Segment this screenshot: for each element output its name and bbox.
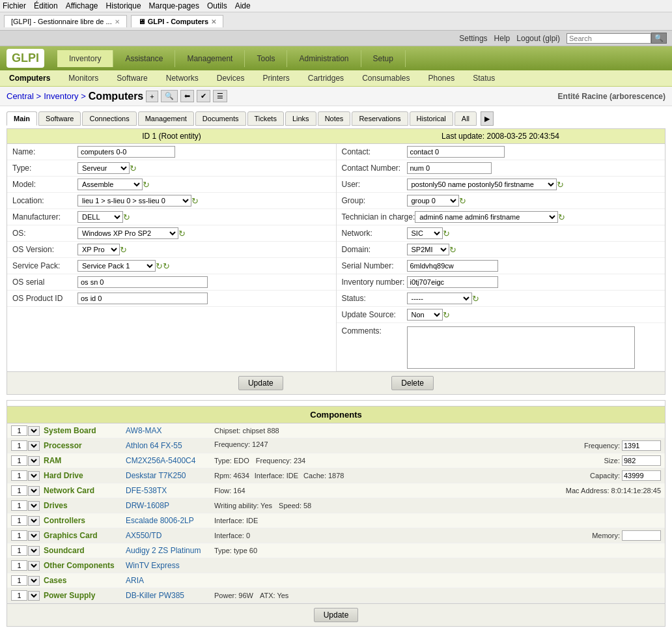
comp-model-graphicscard[interactable]: AX550/TD (126, 531, 210, 540)
menu-affichage[interactable]: Affichage (66, 1, 98, 10)
subnav-networks[interactable]: Networks (157, 72, 208, 85)
logout-link[interactable]: Logout (glpi) (516, 34, 560, 43)
subnav-monitors[interactable]: Monitors (59, 72, 107, 85)
os-product-id-input[interactable] (77, 293, 208, 304)
os-version-refresh-icon[interactable]: ↻ (120, 245, 127, 255)
tab-action-btn[interactable]: ▶ (481, 111, 494, 126)
menu-historique[interactable]: Historique (106, 1, 141, 10)
inventory-number-input[interactable] (407, 276, 498, 288)
qty-input-soundcard[interactable] (11, 545, 27, 556)
menu-outils[interactable]: Outils (207, 1, 227, 10)
subnav-software[interactable]: Software (107, 72, 156, 85)
qty-input-ram[interactable] (11, 455, 27, 466)
tab-links[interactable]: Links (285, 111, 316, 126)
tab-connections[interactable]: Connections (82, 111, 136, 126)
qty-input-harddrive[interactable] (11, 470, 27, 481)
qty-input-powersupply[interactable] (11, 590, 27, 601)
comp-model-systemboard[interactable]: AW8-MAX (126, 426, 210, 435)
nav-setup[interactable]: Setup (361, 50, 406, 67)
qty-input-othercomponents[interactable] (11, 560, 27, 571)
comp-model-networkcard[interactable]: DFE-538TX (126, 486, 210, 495)
type-refresh-icon[interactable]: ↻ (130, 164, 137, 173)
name-input[interactable] (77, 146, 175, 158)
tab-main[interactable]: Main (7, 111, 37, 126)
comp-type-drives[interactable]: Drives (44, 501, 122, 510)
qty-select-powersupply[interactable]: x (28, 591, 40, 601)
manufacturer-refresh-icon[interactable]: ↻ (123, 212, 130, 222)
qty-select-harddrive[interactable]: x (28, 471, 40, 481)
qty-select-drives[interactable]: x (28, 501, 40, 511)
breadcrumb-central[interactable]: Central > (7, 91, 41, 101)
network-select[interactable]: SIC (407, 227, 443, 239)
comp-model-processor[interactable]: Athlon 64 FX-55 (126, 441, 210, 450)
grid-view-button[interactable]: ☰ (213, 90, 227, 102)
comp-type-soundcard[interactable]: Soundcard (44, 546, 122, 555)
os-select[interactable]: Windows XP Pro SP2 (77, 227, 178, 239)
qty-select-networkcard[interactable]: x (28, 486, 40, 496)
service-pack-extra-icon[interactable]: ↻ (163, 261, 170, 271)
qty-select-controllers[interactable]: x (28, 516, 40, 526)
model-refresh-icon[interactable]: ↻ (143, 180, 150, 190)
group-refresh-icon[interactable]: ↻ (459, 196, 466, 206)
type-select[interactable]: Serveur (77, 162, 130, 174)
menu-edition[interactable]: Édition (34, 1, 58, 10)
search-button[interactable]: 🔍 (651, 33, 667, 44)
subnav-consumables[interactable]: Consumables (353, 72, 419, 85)
nav-administration[interactable]: Administration (287, 50, 361, 67)
settings-link[interactable]: Settings (459, 34, 487, 43)
processor-freq-input[interactable] (622, 440, 661, 451)
back-button[interactable]: ⬅ (180, 90, 194, 102)
model-select[interactable]: Assemble (77, 179, 143, 190)
status-select[interactable]: ----- (407, 293, 472, 304)
qty-select-processor[interactable]: x (28, 441, 40, 451)
tab-glpi-main[interactable]: [GLPI] - Gestionnaire libre de ... ✕ (4, 15, 127, 27)
update-source-select[interactable]: Non (407, 309, 443, 321)
comp-model-cases[interactable]: ARIA (126, 576, 210, 585)
qty-input-networkcard[interactable] (11, 485, 27, 496)
location-select[interactable]: lieu 1 > s-lieu 0 > ss-lieu 0 (77, 195, 191, 207)
comp-type-systemboard[interactable]: System Board (44, 426, 122, 435)
tab-reservations[interactable]: Reservations (352, 111, 408, 126)
graphicscard-mem-input[interactable] (622, 530, 661, 541)
group-select[interactable]: group 0 (407, 195, 459, 207)
qty-input-processor[interactable] (11, 440, 27, 451)
technician-refresh-icon[interactable]: ↻ (558, 212, 565, 222)
user-select[interactable]: postonly50 name postonly50 firstname (407, 179, 557, 190)
comp-model-controllers[interactable]: Escalade 8006-2LP (126, 516, 210, 525)
service-pack-refresh-icon[interactable]: ↻ (156, 261, 163, 271)
search-input[interactable] (567, 33, 651, 44)
contact-number-input[interactable] (407, 162, 492, 174)
tab-management[interactable]: Management (138, 111, 194, 126)
tab-software[interactable]: Software (38, 111, 81, 126)
delete-btn[interactable]: Delete (391, 376, 434, 390)
comp-type-processor[interactable]: Processor (44, 441, 122, 450)
technician-select[interactable]: admin6 name admin6 firstname (415, 211, 558, 223)
os-version-select[interactable]: XP Pro (77, 244, 120, 255)
comp-type-othercomponents[interactable]: Other Components (44, 561, 122, 570)
comp-type-graphicscard[interactable]: Graphics Card (44, 531, 122, 540)
subnav-devices[interactable]: Devices (208, 72, 254, 85)
nav-tools[interactable]: Tools (245, 50, 287, 67)
close-tab-computers[interactable]: ✕ (211, 18, 216, 25)
service-pack-select[interactable]: Service Pack 1 (77, 260, 156, 272)
subnav-computers[interactable]: Computers (0, 72, 59, 85)
qty-input-graphicscard[interactable] (11, 530, 27, 541)
qty-input-systemboard[interactable] (11, 425, 27, 436)
nav-inventory[interactable]: Inventory (57, 50, 113, 67)
nav-management[interactable]: Management (175, 50, 245, 67)
list-view-button[interactable]: ✔ (197, 90, 210, 102)
update-btn[interactable]: Update (238, 376, 283, 390)
harddrive-cap-input[interactable] (622, 470, 661, 481)
comments-textarea[interactable] (407, 326, 635, 369)
comp-type-powersupply[interactable]: Power Supply (44, 591, 122, 600)
comp-model-ram[interactable]: CM2X256A-5400C4 (126, 456, 210, 465)
comp-update-btn[interactable]: Update (314, 608, 359, 622)
network-refresh-icon[interactable]: ↻ (443, 229, 450, 238)
tab-all[interactable]: All (455, 111, 477, 126)
comp-model-powersupply[interactable]: DB-Killer PW385 (126, 591, 210, 600)
status-refresh-icon[interactable]: ↻ (472, 294, 479, 304)
comp-type-harddrive[interactable]: Hard Drive (44, 471, 122, 480)
comp-model-drives[interactable]: DRW-1608P (126, 501, 210, 510)
location-refresh-icon[interactable]: ↻ (191, 196, 199, 206)
add-button[interactable]: + (146, 91, 158, 102)
